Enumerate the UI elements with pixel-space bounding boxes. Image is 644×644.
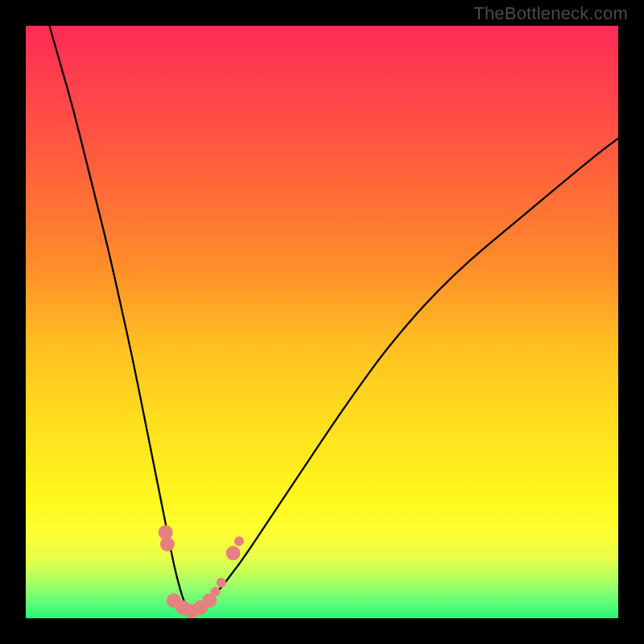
highlight-dot — [211, 587, 221, 597]
highlight-dot — [160, 537, 175, 551]
plot-background — [26, 26, 618, 618]
highlight-dot — [234, 536, 244, 546]
chart-frame: TheBottleneck.com — [0, 0, 644, 644]
watermark-text: TheBottleneck.com — [473, 3, 628, 24]
highlight-dot — [226, 546, 241, 560]
bottleneck-chart — [0, 0, 644, 644]
highlight-dot — [217, 578, 226, 588]
